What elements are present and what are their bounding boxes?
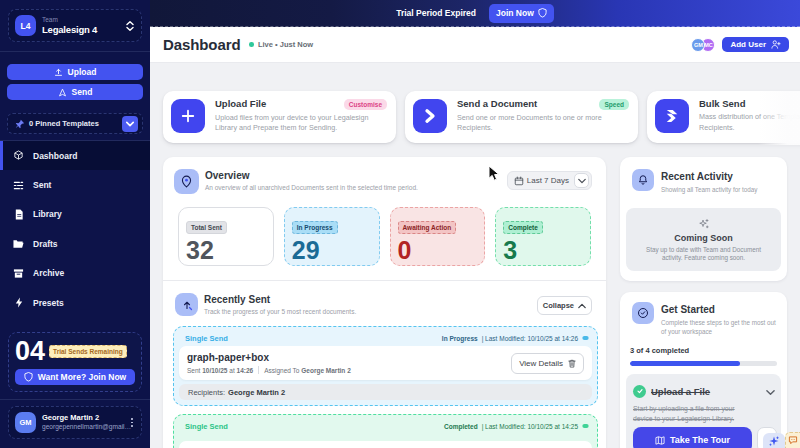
trial-banner: Trial Period Expired Join Now: [150, 0, 800, 27]
date-range-expand-button[interactable]: [574, 173, 589, 188]
card-title: Bulk Send: [699, 99, 745, 110]
upload-icon: [54, 68, 63, 77]
recent-activity-title: Recent Activity: [661, 171, 757, 182]
stat-value: 29: [292, 237, 372, 263]
main-area: Trial Period Expired Join Now Dashboard …: [150, 0, 800, 448]
recently-sent-title: Recently Sent: [204, 294, 537, 305]
last-modified-text: | Last Modified: 10/10/25 at 14:26: [482, 335, 578, 342]
sidebar-item-label: Presets: [33, 298, 64, 308]
recipients-bar: Recipients: George Martin 2: [179, 384, 592, 400]
date-range-label: Last 7 Days: [527, 176, 569, 185]
user-email: georgepennellmartin@gmail....: [42, 423, 131, 432]
last-modified-text: | Last Modified: 10/10/25 at 14:25: [482, 423, 578, 430]
status-badge: In Progress: [442, 335, 478, 342]
trial-banner-text: Trial Period Expired: [396, 8, 476, 18]
avatar[interactable]: GM: [691, 38, 705, 52]
upload-file-card[interactable]: Upload File Customise Upload files from …: [163, 91, 396, 143]
meta-separator: [258, 366, 259, 374]
chevron-down-icon[interactable]: [766, 382, 775, 400]
add-user-button[interactable]: Add User: [722, 37, 789, 52]
bell-icon: [632, 169, 654, 191]
plus-icon: [171, 99, 205, 133]
stat-value: 0: [398, 237, 478, 263]
overview-title: Overview: [205, 170, 507, 181]
live-status-text: Live • Just Now: [258, 40, 313, 49]
collapse-label: Collapse: [543, 301, 574, 310]
person-add-icon: [771, 40, 781, 49]
assigned-to-value: George Martin 2: [301, 367, 350, 374]
assigned-to-text: Assigned To George Martin 2: [264, 367, 351, 374]
overview-subtitle: An overview of all unarchived Documents …: [205, 184, 507, 191]
document-meta: Sent 10/10/25 at 14:26 Assigned To Georg…: [187, 366, 511, 374]
trial-sends-badge: Trial Sends Remaining: [49, 345, 127, 358]
sidebar-item-sent[interactable]: Sent: [0, 170, 150, 199]
sent-item-in-progress: Single Send In Progress | Last Modified:…: [173, 326, 598, 406]
bulk-send-card[interactable]: Bulk Send Mass distribution of one Templ…: [647, 91, 800, 143]
recent-activity-card: Recent Activity Showing all Team activit…: [620, 157, 787, 281]
sidebar-divider: [0, 399, 150, 400]
ai-assistant-button[interactable]: [763, 433, 785, 448]
sidebar: L4 Team Legalesign 4 Upload Send: [0, 0, 150, 448]
shield-icon: [538, 8, 547, 18]
document-title: graph-paper+box: [187, 352, 511, 363]
sidebar-item-library[interactable]: Library: [0, 200, 150, 229]
send-button-label: Send: [72, 87, 93, 97]
stat-complete: Complete 3: [495, 207, 591, 266]
document-icon: [13, 209, 24, 220]
send-document-card[interactable]: Send a Document Speed Send one or more D…: [405, 91, 638, 143]
map-icon: [655, 436, 665, 445]
upload-file-step[interactable]: Upload a File Start by uploading a file …: [626, 374, 781, 448]
team-name: Legalesign 4: [42, 24, 126, 35]
join-now-button[interactable]: Want More? Join Now: [15, 369, 135, 385]
view-details-button[interactable]: View Details: [511, 353, 584, 374]
chevron-right-icon: [413, 99, 447, 133]
team-avatars: GM MC: [691, 38, 715, 52]
page-title: Dashboard: [163, 36, 240, 53]
join-now-label: Want More? Join Now: [38, 372, 126, 382]
check-circle-icon: [632, 302, 654, 324]
get-started-subtitle: Complete these steps to get the most out…: [661, 318, 777, 336]
lightning-icon: [13, 297, 24, 308]
sidebar-item-dashboard[interactable]: Dashboard: [0, 141, 150, 170]
pinned-templates-bar[interactable]: 0 Pinned Templates: [7, 113, 143, 134]
overview-card: Overview An overview of all unarchived D…: [163, 157, 606, 448]
user-menu-icon[interactable]: [131, 418, 133, 426]
chat-support-button[interactable]: [785, 432, 800, 448]
coming-soon-panel: Coming Soon Stay up to date with Team an…: [626, 208, 781, 271]
sidebar-item-presets[interactable]: Presets: [0, 288, 150, 317]
unfold-more-icon: [126, 21, 134, 31]
send-type-label: Single Send: [185, 422, 228, 431]
sidebar-divider: [0, 51, 150, 52]
step-description: Start by uploading a file from your devi…: [633, 404, 747, 424]
banner-join-now-button[interactable]: Join Now: [489, 4, 554, 23]
sidebar-item-label: Drafts: [33, 239, 58, 249]
sidebar-item-archive[interactable]: Archive: [0, 259, 150, 288]
sent-date: 10/10/25: [202, 367, 227, 374]
bulk-send-icon: [655, 99, 689, 133]
stat-label: Total Sent: [186, 221, 227, 234]
take-the-tour-label: Take The Tour: [670, 435, 730, 445]
take-the-tour-button[interactable]: Take The Tour: [633, 427, 752, 448]
collapse-button[interactable]: Collapse: [537, 296, 592, 315]
archive-box-icon: [13, 268, 24, 279]
document-row: graph-paper+box Sent 10/10/25 at 14:26 A…: [179, 346, 592, 380]
upload-button[interactable]: Upload: [7, 64, 143, 80]
sidebar-item-drafts[interactable]: Drafts: [0, 229, 150, 258]
folder-icon: [13, 239, 24, 249]
sidebar-item-label: Archive: [33, 268, 64, 278]
sent-at-word: at: [229, 367, 234, 374]
user-card[interactable]: GM George Martin 2 georgepennellmartin@g…: [8, 406, 142, 439]
shield-icon: [24, 372, 33, 382]
sidebar-item-label: Sent: [33, 180, 51, 190]
team-selector[interactable]: L4 Team Legalesign 4: [8, 9, 142, 42]
recently-sent-icon: [175, 293, 198, 316]
card-description: Mass distribution of one Template to mul…: [699, 112, 800, 133]
speed-badge: Speed: [599, 99, 629, 110]
send-button[interactable]: Send: [7, 84, 143, 100]
step-title: Upload a File: [651, 386, 710, 397]
date-range-button[interactable]: Last 7 Days: [507, 171, 592, 190]
trash-icon[interactable]: [568, 359, 576, 368]
coming-soon-description: Stay up to date with Team and Document a…: [641, 246, 767, 262]
pinned-templates-expand-button[interactable]: [122, 116, 138, 132]
sent-date-text: Sent 10/10/25 at 14:26: [187, 367, 253, 374]
